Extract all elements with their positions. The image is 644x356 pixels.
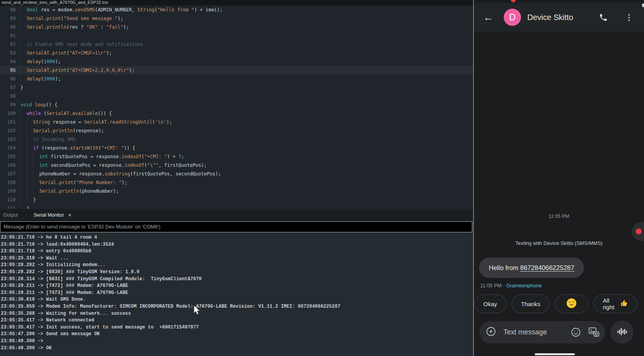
tab-output[interactable]: Output	[3, 212, 18, 218]
recording-indicator-dot-top	[511, 0, 516, 2]
conversation-header: ← D Device Skitto ⋮	[474, 3, 644, 31]
line-number: 109	[0, 187, 16, 195]
bottom-panel-tabbar: Output Serial Monitor ✕	[0, 209, 473, 221]
line-number: 93	[0, 49, 16, 57]
line-number: 106	[0, 161, 16, 170]
compose-bar[interactable]: Text message	[479, 321, 605, 343]
code-line: 107phoneNumber = response.substring(firs…	[0, 170, 473, 178]
line-number: 108	[0, 178, 16, 187]
code-line: 89Serial.print("Send sms message ");	[0, 14, 473, 23]
smart-reply-row: Okay Thanks All right	[474, 294, 637, 313]
code-line: 97}	[0, 83, 473, 92]
code-line: 111}	[0, 204, 473, 209]
carrier-name: Grameenphone	[506, 283, 541, 288]
code-line: 108Serial.print("Phone Number: ");	[0, 178, 473, 187]
screen-recorder-bubble[interactable]	[632, 222, 644, 241]
arduino-ide-window: send_and_recieve_sms_with_A7670G_and_ESP…	[0, 0, 473, 356]
code-line: 100while (SerialAT.available()) {	[0, 109, 473, 118]
code-line: 99void loop() {	[0, 100, 473, 109]
line-number: 111	[0, 204, 16, 209]
mouse-cursor	[193, 305, 200, 317]
contact-name: Device Skitto	[527, 13, 573, 22]
overflow-menu-icon[interactable]: ⋮	[625, 13, 633, 21]
code-line: 101String response = SerialAT.readString…	[0, 118, 473, 126]
tab-serial-monitor-label: Serial Monitor	[34, 212, 64, 218]
attach-plus-icon[interactable]	[486, 327, 496, 338]
serial-line: 23:05:49.300 -> OK	[1, 345, 473, 352]
serial-output[interactable]: 23:05:21.716 -> ho 8 tail 4 room 423:05:…	[0, 232, 473, 356]
serial-line: 23:05:35.417 -> Network connected	[1, 317, 473, 324]
line-number: 92	[0, 40, 16, 49]
serial-line: 23:05:35.417 -> Init success, start to s…	[1, 324, 473, 331]
smart-reply-emoji[interactable]	[555, 294, 588, 313]
code-line: 95SerialAT.print("AT+CNMI=2,2,0,0,0\r");	[0, 66, 473, 75]
avatar-letter: D	[509, 12, 516, 23]
message-meta: 11:05 PM · Grameenphone	[480, 283, 542, 288]
code-line: 94delay(1000);	[0, 57, 473, 66]
line-number: 110	[0, 195, 16, 204]
code-line: 90Serial.println(res ? "OK" : "fail");	[0, 23, 473, 31]
serial-line: 23:05:29.211 -> [7472] ### Modem: A7670G…	[1, 283, 473, 290]
line-number: 94	[0, 57, 16, 66]
smart-reply-thanks[interactable]: Thanks	[512, 294, 550, 313]
line-number: 102	[0, 126, 16, 135]
serial-line: 23:05:28.282 -> [6830] ### TinyGSM Versi…	[1, 269, 473, 276]
line-number: 98	[0, 92, 16, 100]
serial-line: 23:05:28.282 -> Initializing modem...	[1, 262, 473, 269]
serial-line: 23:05:25.319 -> Wait ...	[1, 255, 473, 262]
line-number: 103	[0, 135, 16, 144]
phone-call-icon[interactable]	[599, 13, 608, 22]
avatar[interactable]: D	[504, 9, 521, 26]
incoming-message-bubble[interactable]: Hello from 867284066225287	[479, 257, 584, 278]
code-lines: 88bool res = modem.sendSMS(ADMIN_NUMBER,…	[0, 5, 473, 209]
serial-line: 23:05:30.818 -> Wait SMS Done.	[1, 296, 473, 303]
message-number-link[interactable]: 867284066225287	[520, 264, 574, 272]
line-number: 97	[0, 83, 16, 92]
code-line: 104if (response.startsWith("+CMT: ")) {	[0, 144, 473, 152]
line-number: 91	[0, 31, 16, 40]
text-message-input[interactable]: Text message	[503, 328, 571, 336]
code-editor[interactable]: 88bool res = modem.sendSMS(ADMIN_NUMBER,…	[0, 5, 473, 209]
screenshot-root: send_and_recieve_sms_with_A7670G_and_ESP…	[0, 0, 644, 356]
code-line: 92// Enable SMS text mode and notificati…	[0, 40, 473, 49]
thumbs-up-emoji	[620, 299, 628, 308]
line-number: 96	[0, 75, 16, 83]
gallery-camera-icon[interactable]	[588, 327, 600, 338]
smart-reply-all-right[interactable]: All right	[593, 294, 637, 313]
serial-message-input[interactable]: Message (Enter to send message to 'ESP32…	[0, 221, 472, 232]
message-text: Hello from	[489, 264, 520, 272]
recorder-edge-mark	[642, 4, 644, 7]
code-line: 103// Incoming SMS	[0, 135, 473, 144]
close-icon[interactable]: ✕	[68, 213, 72, 218]
serial-line: 23:05:29.211 -> [7473] ### Modem: A7670G…	[1, 290, 473, 297]
line-number: 90	[0, 23, 16, 31]
sms-mode-note: Texting with Device Skitto (SMS/MMS)	[474, 240, 644, 246]
phone-messages-window: ← D Device Skitto ⋮ 11:05 PM Texting wit…	[473, 0, 644, 356]
line-number: 105	[0, 152, 16, 161]
code-line: 110}	[0, 195, 473, 204]
code-line: 88bool res = modem.sendSMS(ADMIN_NUMBER,…	[0, 5, 473, 14]
code-line: 106int secondQuotePos = response.indexOf…	[0, 161, 473, 170]
serial-line: 23:05:35.059 -> Modem Info: Manufacturer…	[1, 303, 473, 310]
tab-serial-monitor[interactable]: Serial Monitor ✕	[34, 212, 72, 218]
code-line: 105int firstQuotePos = response.indexOf(…	[0, 152, 473, 161]
serial-line: 23:05:49.300 ->	[1, 338, 473, 345]
smiling-face-emoji	[566, 298, 577, 310]
waveform-icon	[617, 327, 627, 338]
serial-line: 23:05:28.314 -> [6831] ### TinyGSM Compi…	[1, 276, 473, 283]
smart-reply-okay[interactable]: Okay	[474, 294, 506, 313]
line-number: 95	[0, 66, 16, 75]
record-dot-icon	[636, 228, 642, 234]
back-icon[interactable]: ←	[483, 12, 494, 22]
gesture-handle[interactable]	[535, 353, 575, 355]
message-time: 11:05 PM	[480, 283, 502, 288]
sketch-tab[interactable]: send_and_recieve_sms_with_A7670G_and_ESP…	[0, 0, 473, 5]
voice-message-button[interactable]	[610, 321, 633, 344]
serial-line: 23:05:35.288 -> Waiting for network... s…	[1, 310, 473, 318]
emoji-icon[interactable]	[571, 327, 581, 337]
line-number: 89	[0, 14, 16, 23]
meta-separator: ·	[503, 283, 505, 288]
serial-line: 23:05:21.716 -> load:0x40080404,len:3524	[1, 241, 473, 248]
code-line: 102Serial.println(response);	[0, 126, 473, 135]
line-number: 99	[0, 100, 16, 109]
